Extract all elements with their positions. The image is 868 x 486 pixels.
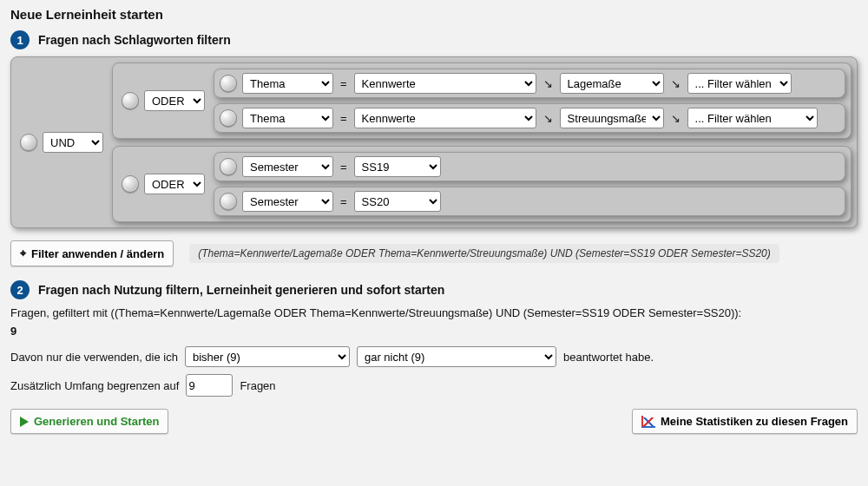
apply-filter-label: Filter anwenden / ändern bbox=[31, 247, 164, 260]
group1-lines: Semester = SS19 Semester = SS20 bbox=[214, 152, 845, 216]
usage-prefix: Davon nur die verwenden, die ich bbox=[10, 351, 178, 364]
equals-label: = bbox=[339, 161, 349, 174]
step2-title: Fragen nach Nutzung filtern, Lerneinheit… bbox=[38, 283, 444, 297]
gear-icon[interactable] bbox=[220, 193, 237, 210]
step2-badge: 2 bbox=[10, 280, 30, 299]
filter-group-0: ODER Thema = Kennwerte ↘ Lagemaße ↘ ... … bbox=[112, 62, 852, 139]
subvalue-select[interactable]: Streuungsmaße bbox=[560, 108, 664, 128]
filter-row: Thema = Kennwerte ↘ Lagemaße ↘ ... Filte… bbox=[214, 69, 845, 98]
step2-header: 2 Fragen nach Nutzung filtern, Lerneinhe… bbox=[10, 280, 858, 299]
funnel-icon: ⌖ bbox=[20, 246, 26, 260]
step1-title: Fragen nach Schlagworten filtern bbox=[38, 33, 231, 47]
filter-group-1: ODER Semester = SS19 Semester = SS20 bbox=[112, 146, 852, 222]
apply-row: ⌖ Filter anwenden / ändern (Thema=Kennwe… bbox=[10, 240, 858, 266]
value-select[interactable]: Kennwerte bbox=[354, 108, 536, 128]
filter-summary: (Thema=Kennwerte/Lagemaße ODER Thema=Ken… bbox=[189, 244, 779, 263]
page-title: Neue Lerneinheit starten bbox=[10, 7, 858, 22]
gear-icon[interactable] bbox=[122, 175, 139, 193]
groups-column: ODER Thema = Kennwerte ↘ Lagemaße ↘ ... … bbox=[112, 62, 852, 222]
group1-logic-select[interactable]: ODER bbox=[144, 174, 205, 194]
subvalue-select[interactable]: Lagemaße bbox=[560, 73, 664, 94]
play-icon bbox=[20, 417, 29, 427]
apply-filter-button[interactable]: ⌖ Filter anwenden / ändern bbox=[10, 240, 174, 266]
page-root: Neue Lerneinheit starten 1 Fragen nach S… bbox=[0, 0, 868, 444]
chevron-down-icon: ↘ bbox=[669, 112, 682, 125]
generate-start-label: Generieren und Starten bbox=[34, 415, 159, 428]
limit-row: Zusätzlich Umfang begrenzen auf Fragen bbox=[10, 374, 858, 397]
chevron-down-icon: ↘ bbox=[542, 77, 555, 90]
step1-header: 1 Fragen nach Schlagworten filtern bbox=[10, 30, 858, 49]
field-select[interactable]: Thema bbox=[242, 73, 333, 94]
gear-icon[interactable] bbox=[220, 109, 237, 127]
filter-row: Semester = SS19 bbox=[214, 152, 845, 181]
equals-label: = bbox=[339, 77, 349, 90]
filter-row: Thema = Kennwerte ↘ Streuungsmaße ↘ ... … bbox=[214, 103, 845, 133]
usage-suffix: beantwortet habe. bbox=[563, 351, 654, 364]
filtered-label: Fragen, gefiltert mit ((Thema=Kennwerte/… bbox=[10, 306, 858, 319]
filter-outer-panel: UND ODER Thema = Kennwerte bbox=[10, 56, 858, 228]
limit-prefix: Zusätzlich Umfang begrenzen auf bbox=[10, 379, 179, 392]
subvalue2-select[interactable]: ... Filter wählen bbox=[687, 108, 818, 128]
chevron-down-icon: ↘ bbox=[669, 77, 682, 90]
stats-button-label: Meine Statistiken zu diesen Fragen bbox=[661, 415, 848, 428]
subvalue2-select[interactable]: ... Filter wählen bbox=[687, 73, 792, 94]
outer-logic-cell: UND bbox=[16, 132, 107, 153]
field-select[interactable]: Semester bbox=[242, 191, 333, 212]
group0-logic-cell: ODER bbox=[118, 90, 208, 111]
usage-row: Davon nur die verwenden, die ich bisher … bbox=[10, 346, 858, 367]
filtered-count: 9 bbox=[10, 325, 858, 338]
group0-logic-select[interactable]: ODER bbox=[144, 90, 205, 111]
gear-icon[interactable] bbox=[20, 134, 37, 151]
value-select[interactable]: SS20 bbox=[354, 191, 441, 212]
field-select[interactable]: Semester bbox=[242, 156, 333, 177]
group0-lines: Thema = Kennwerte ↘ Lagemaße ↘ ... Filte… bbox=[214, 69, 845, 133]
gear-icon[interactable] bbox=[220, 75, 237, 92]
generate-start-button[interactable]: Generieren und Starten bbox=[10, 409, 168, 434]
limit-suffix: Fragen bbox=[240, 379, 275, 392]
gear-icon[interactable] bbox=[220, 158, 237, 175]
equals-label: = bbox=[339, 112, 349, 125]
stats-button[interactable]: Meine Statistiken zu diesen Fragen bbox=[632, 409, 858, 434]
footer-row: Generieren und Starten Meine Statistiken… bbox=[10, 409, 858, 434]
usage-select-2[interactable]: gar nicht (9) bbox=[357, 346, 556, 367]
outer-logic-select[interactable]: UND bbox=[43, 132, 103, 153]
chevron-down-icon: ↘ bbox=[542, 112, 555, 125]
equals-label: = bbox=[339, 195, 349, 208]
value-select[interactable]: Kennwerte bbox=[354, 73, 536, 94]
value-select[interactable]: SS19 bbox=[354, 156, 441, 177]
chart-icon bbox=[641, 416, 655, 428]
gear-icon[interactable] bbox=[122, 92, 139, 109]
step1-badge: 1 bbox=[10, 30, 30, 49]
limit-input[interactable] bbox=[186, 374, 233, 397]
usage-select-1[interactable]: bisher (9) bbox=[185, 346, 350, 367]
field-select[interactable]: Thema bbox=[242, 108, 333, 128]
filter-row: Semester = SS20 bbox=[214, 187, 845, 216]
group1-logic-cell: ODER bbox=[118, 174, 208, 194]
